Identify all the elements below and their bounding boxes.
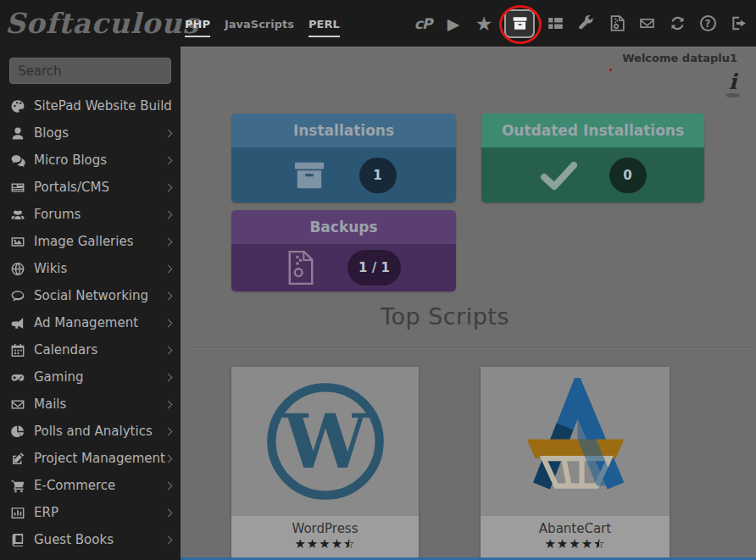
top-bar: Softaculous PHP JavaScripts PERL cP ▶ ★ [0, 0, 756, 47]
nav-php[interactable]: PHP [185, 18, 210, 37]
outdated-installations-card[interactable]: Outdated Installations 0 [481, 114, 704, 202]
language-nav: PHP JavaScripts PERL [185, 9, 340, 37]
chevron-right-icon [164, 237, 173, 246]
info-icon[interactable]: i [725, 71, 740, 97]
sidebar-item-label: Wikis [34, 261, 67, 276]
installations-box-icon[interactable] [504, 9, 535, 38]
toolbar-icons: cP ▶ ★ [413, 9, 756, 38]
chevron-right-icon [164, 400, 173, 408]
section-divider [189, 347, 750, 348]
chevron-right-icon [164, 319, 173, 327]
refresh-glyph [670, 15, 686, 31]
sidebar-item-polls-analytics[interactable]: Polls and Analytics [0, 418, 181, 445]
archive-box-icon [292, 159, 327, 191]
backups-file-icon[interactable] [606, 13, 626, 35]
chevron-right-icon [164, 183, 173, 191]
search-box [9, 58, 171, 84]
sitepad-icon [10, 99, 25, 114]
sidebar-item-label: Ad Management [34, 315, 138, 330]
sidebar-item-blogs[interactable]: Blogs [0, 119, 181, 147]
installations-card-body: 1 [231, 147, 456, 202]
chevron-right-icon [164, 454, 173, 463]
gaming-icon [10, 370, 25, 385]
backups-card[interactable]: Backups 1 / 1 [231, 210, 456, 291]
chevron-right-icon [164, 535, 173, 544]
all-installations-list-icon[interactable] [545, 13, 565, 35]
wrench-glyph [578, 15, 594, 31]
sidebar-item-social-networking[interactable]: Social Networking [0, 282, 181, 309]
portals-cms-icon [10, 180, 25, 195]
sidebar-item-label: Portals/CMS [34, 180, 109, 195]
chevron-right-icon [164, 291, 173, 300]
forums-icon [10, 208, 25, 222]
list-glyph [548, 15, 564, 31]
chevron-right-icon [164, 129, 173, 137]
sidebar-item-sitepad[interactable]: SitePad Website Builder [0, 92, 181, 119]
backups-card-title: Backups [231, 210, 456, 244]
sidebar-item-label: SitePad Website Builder [34, 98, 171, 114]
outdated-card-body: 0 [481, 147, 704, 202]
category-menu: SitePad Website Builder Blogs Micro Blog… [0, 92, 181, 553]
chevron-right-icon [164, 427, 173, 435]
polls-analytics-icon [10, 424, 25, 439]
chevron-right-icon [164, 373, 173, 381]
erp-icon [10, 506, 25, 520]
star-rating: ★★★★★☆ [481, 536, 670, 553]
sidebar-item-forums[interactable]: Forums [0, 201, 181, 228]
chevron-right-icon [164, 346, 173, 354]
sidebar-item-ad-management[interactable]: Ad Management [0, 309, 181, 336]
archive-box-glyph [512, 15, 528, 31]
sidebar-item-calendars[interactable]: Calendars [0, 336, 181, 363]
sidebar-item-label: Forums [34, 207, 81, 222]
sync-refresh-icon[interactable] [667, 13, 687, 35]
installations-card[interactable]: Installations 1 [231, 114, 456, 202]
sidebar-item-e-commerce[interactable]: E-Commerce [0, 472, 181, 499]
chevron-right-icon [164, 508, 173, 517]
sidebar-item-image-galleries[interactable]: Image Galleries [0, 228, 181, 255]
nav-javascripts[interactable]: JavaScripts [225, 18, 294, 37]
cpanel-icon[interactable]: cP [413, 13, 433, 35]
ratings-star-icon[interactable]: ★ [474, 13, 494, 35]
sidebar-item-label: Calendars [34, 342, 97, 358]
calendars-icon [10, 343, 25, 358]
e-commerce-icon [10, 479, 25, 493]
svg-text:W: W [282, 397, 369, 485]
envelope-glyph [639, 15, 655, 31]
script-card-abantecart[interactable]: AbanteCart ★★★★★☆ [481, 367, 670, 560]
sidebar-item-portals-cms[interactable]: Portals/CMS [0, 174, 181, 201]
red-dot-artifact [609, 69, 612, 71]
mails-icon [10, 397, 25, 412]
chevron-right-icon [164, 156, 173, 164]
zip-file-glyph [609, 15, 625, 31]
sidebar-item-gaming[interactable]: Gaming [0, 363, 181, 391]
logout-icon[interactable] [728, 13, 748, 35]
demos-play-icon[interactable]: ▶ [443, 13, 464, 35]
sidebar-item-mails[interactable]: Mails [0, 391, 181, 418]
wikis-icon [10, 262, 25, 276]
blogs-icon [10, 126, 25, 141]
help-icon[interactable]: ? [698, 13, 718, 35]
softaculous-logo[interactable]: Softaculous [0, 7, 176, 40]
sidebar-item-project-management[interactable]: Project Management [0, 445, 181, 472]
search-input[interactable] [18, 64, 182, 79]
script-card-wordpress[interactable]: W WordPress ★★★★★☆ [231, 367, 419, 560]
nav-perl[interactable]: PERL [309, 18, 340, 37]
question-mark-glyph: ? [700, 15, 716, 31]
installations-card-title: Installations [231, 114, 456, 147]
outdated-card-title: Outdated Installations [481, 114, 704, 147]
softaculous-window: Softaculous PHP JavaScripts PERL cP ▶ ★ [0, 0, 756, 560]
sidebar-item-erp[interactable]: ERP [0, 499, 181, 526]
sidebar-item-guest-books[interactable]: Guest Books [0, 526, 181, 553]
sidebar-item-micro-blogs[interactable]: Micro Blogs [0, 147, 181, 174]
chevron-right-icon [164, 481, 173, 490]
sidebar-item-label: Social Networking [34, 288, 148, 303]
sidebar-item-label: E-Commerce [34, 478, 115, 493]
email-icon[interactable] [636, 13, 657, 35]
sidebar-item-wikis[interactable]: Wikis [0, 255, 181, 282]
sidebar: SitePad Website Builder Blogs Micro Blog… [0, 47, 181, 560]
outdated-count-badge: 0 [609, 158, 647, 193]
settings-wrench-icon[interactable] [575, 13, 596, 35]
script-name: AbanteCart [481, 521, 670, 536]
guest-books-icon [10, 533, 25, 547]
checkmark-icon [540, 160, 577, 191]
